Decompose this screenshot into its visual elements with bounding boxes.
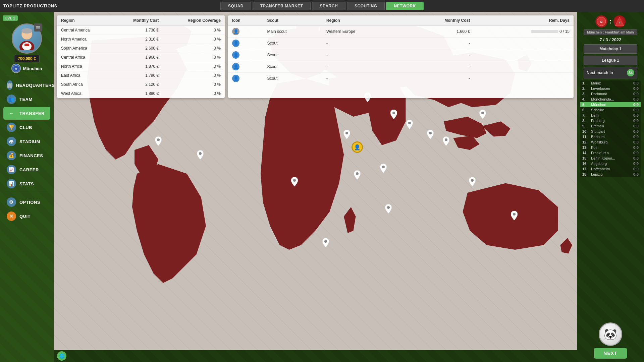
league-row[interactable]: 15. Berlin Köpen... 0:0 (580, 156, 641, 161)
league-row[interactable]: 1. Mainz 0:0 (580, 80, 641, 86)
next-match-days: 34 (627, 69, 634, 76)
nav-squad[interactable]: SQUAD (220, 2, 251, 10)
svg-point-31 (445, 138, 447, 141)
sidebar-item-headquarters[interactable]: 🏢 HEADQUARTERS (3, 79, 50, 92)
league-row[interactable]: 12. Wolfsburg 0:0 (580, 139, 641, 145)
map-panels: Region Monthly Cost Region Coverage Cent… (54, 12, 577, 101)
nav-scouting[interactable]: SCOUTING (347, 2, 385, 10)
league-team-name: Leverkusen (591, 86, 632, 90)
table-row[interactable]: 👤 Main scout Western Europe 1.660 € 0 / … (228, 26, 574, 38)
map-pin[interactable] (155, 136, 162, 147)
map-pin[interactable] (469, 177, 476, 188)
globe-button[interactable]: 🌐 (57, 351, 66, 361)
map-pin[interactable] (443, 136, 449, 147)
sidebar-item-quit[interactable]: ✕ QUIT (3, 210, 50, 223)
scout-avatar-icon: 👤 (232, 28, 239, 35)
matchday-display[interactable]: Matchday 1 (584, 44, 637, 54)
league-row[interactable]: 8. Freiburg 0:0 (580, 118, 641, 123)
map-pin[interactable] (343, 130, 350, 140)
headquarters-icon: 🏢 (7, 80, 13, 90)
league-row[interactable]: 14. Frankfurt a... 0:0 (580, 150, 641, 156)
sidebar-item-options[interactable]: ⚙ OPTIONS (3, 196, 50, 208)
sidebar-label-headquarters: HEADQUARTERS (16, 83, 55, 88)
manager-settings-icon[interactable] (34, 23, 42, 32)
map-container[interactable]: Region Monthly Cost Region Coverage Cent… (54, 12, 577, 350)
nav-network[interactable]: NETWORK (386, 2, 424, 10)
region-panel[interactable]: Region Monthly Cost Region Coverage Cent… (57, 15, 225, 98)
scout-cost: - (402, 38, 474, 49)
table-row[interactable]: 👤 Scout - - (228, 38, 574, 49)
stadium-icon: 🏟 (7, 137, 16, 146)
league-display[interactable]: League 1 (584, 56, 637, 65)
league-row[interactable]: 11. Bochum 0:0 (580, 134, 641, 139)
map-pin[interactable] (354, 170, 361, 181)
sidebar-item-club[interactable]: 🏆 CLUB (3, 121, 50, 134)
region-cost: 1.870 € (112, 62, 163, 71)
region-coverage: 0 % (163, 35, 225, 44)
league-team-name: Bochum (591, 135, 632, 139)
league-row[interactable]: 5. München 0:0 (580, 102, 641, 107)
league-score: 0:0 (633, 129, 639, 133)
league-row[interactable]: 3. Dortmund 0:0 (580, 91, 641, 97)
table-row[interactable]: North Africa 1.870 € 0 % (57, 62, 225, 71)
table-row[interactable]: East Africa 1.790 € 0 % (57, 71, 225, 80)
sidebar-item-transfer[interactable]: ↔ TRANSFER (3, 107, 50, 120)
region-cost: 2.600 € (112, 44, 163, 53)
table-row[interactable]: Central Africa 1.960 € 0 % (57, 53, 225, 62)
map-pin[interactable] (385, 204, 392, 215)
map-pin[interactable] (380, 164, 387, 174)
map-pin[interactable] (427, 130, 434, 140)
sidebar-item-stadium[interactable]: 🏟 STADIUM (3, 135, 50, 148)
svg-rect-8 (36, 28, 40, 29)
league-row[interactable]: 7. Berlin 0:0 (580, 113, 641, 118)
sidebar-item-team[interactable]: 👥 TEAM (3, 93, 50, 106)
career-icon: 📈 (7, 165, 16, 174)
map-pin-icon (380, 164, 387, 173)
scout-panel[interactable]: Icon Scout Region Monthly Cost Rem. Days… (228, 15, 574, 98)
map-pin[interactable] (291, 177, 298, 188)
league-row[interactable]: 9. Bremen 0:0 (580, 123, 641, 129)
table-row[interactable]: 👤 Scout - - (228, 73, 574, 84)
league-row[interactable]: 13. Köln 0:0 (580, 145, 641, 150)
scout-name: Scout (263, 73, 322, 84)
map-pin[interactable] (406, 120, 413, 130)
table-row[interactable]: North America 2.310 € 0 % (57, 35, 225, 44)
table-row[interactable]: South Africa 2.120 € 0 % (57, 80, 225, 89)
league-score: 0:0 (633, 119, 639, 123)
map-pin-icon (511, 211, 518, 220)
league-row[interactable]: 18. Leipzig 0:0 (580, 172, 641, 177)
right-panel: M : F München : Frankfurt am Main 7 / 3 … (577, 12, 644, 362)
table-row[interactable]: South America 2.600 € 0 % (57, 44, 225, 53)
nav-search[interactable]: SEARCH (312, 2, 345, 10)
league-row[interactable]: 16. Augsburg 0:0 (580, 161, 641, 166)
league-pos: 2. (582, 86, 590, 90)
nav-transfer-market[interactable]: TRANSFER MARKET (253, 2, 311, 10)
league-row[interactable]: 4. Mönchengla... 0:0 (580, 97, 641, 102)
coverage-col-header: Region Coverage (163, 15, 225, 26)
league-row[interactable]: 6. Schalke 0:0 (580, 107, 641, 113)
league-row[interactable]: 17. Hoffenheim 0:0 (580, 166, 641, 172)
map-pin[interactable] (197, 150, 204, 161)
scout-region: - (322, 49, 402, 61)
next-button[interactable]: NEXT (594, 348, 627, 359)
region-coverage: 0 % (163, 26, 225, 35)
map-pin[interactable] (511, 211, 518, 222)
svg-point-34 (513, 213, 516, 216)
league-row[interactable]: 2. Leverkusen 0:0 (580, 86, 641, 91)
sidebar-item-finances[interactable]: 💰 FINANCES (3, 149, 50, 162)
table-row[interactable]: 👤 Scout - - (228, 49, 574, 61)
table-row[interactable]: 👤 Scout - - (228, 61, 574, 73)
table-row[interactable]: West Africa 1.880 € 0 % (57, 89, 225, 98)
map-pin[interactable] (479, 110, 486, 120)
league-score: 0:0 (633, 108, 639, 112)
map-pin[interactable] (390, 110, 397, 120)
league-team-name: Köln (591, 145, 632, 149)
sidebar-item-career[interactable]: 📈 CAREER (3, 163, 50, 176)
score-separator: : (609, 18, 611, 25)
scout-region: - (322, 38, 402, 49)
sidebar-item-stats[interactable]: 📊 STATS (3, 177, 50, 190)
table-row[interactable]: Central America 1.730 € 0 % (57, 26, 225, 35)
map-pin[interactable] (322, 238, 329, 249)
league-row[interactable]: 10. Stuttgart 0:0 (580, 129, 641, 134)
team-name: München (23, 66, 42, 71)
